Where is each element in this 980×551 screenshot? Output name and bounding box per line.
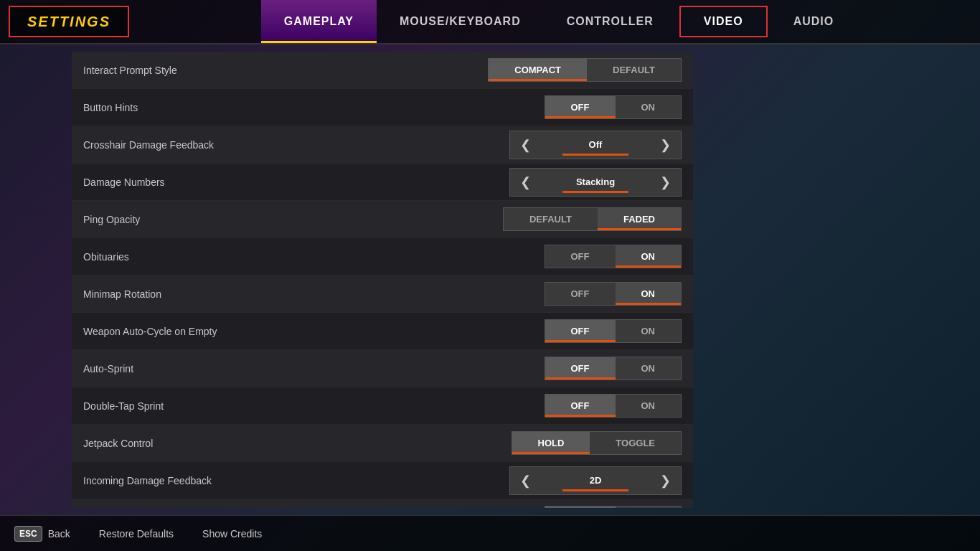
setting-label-weapon_autocycle: Weapon Auto-Cycle on Empty: [83, 326, 545, 337]
esc-key: ESC: [14, 526, 42, 542]
restore-defaults-button[interactable]: Restore Defaults: [99, 528, 174, 540]
setting-label-jetpack_control: Jetpack Control: [83, 438, 512, 449]
toggle-btn-obituaries-off[interactable]: Off: [545, 245, 616, 268]
setting-control-obituaries: OffOn: [545, 245, 682, 268]
setting-control-button_hints: OffOn: [545, 95, 682, 119]
setting-row-minimap_rotation: Minimap RotationOffOn: [72, 276, 693, 313]
setting-control-taking_damage_closes: OffOn: [545, 506, 682, 508]
setting-control-interact_prompt_style: CompactDefault: [488, 58, 682, 82]
toggle-group-double_tap_sprint: OffOn: [545, 394, 682, 418]
toggle-group-button_hints: OffOn: [545, 95, 682, 119]
toggle-btn-weapon_autocycle-on[interactable]: On: [616, 320, 682, 342]
setting-label-double_tap_sprint: Double-Tap Sprint: [83, 400, 545, 412]
nav-tab-gameplay[interactable]: GAMEPLAY: [261, 0, 377, 43]
toggle-btn-minimap_rotation-on[interactable]: On: [616, 283, 682, 305]
setting-control-double_tap_sprint: OffOn: [545, 394, 682, 418]
toggle-btn-jetpack_control-hold[interactable]: Hold: [512, 432, 590, 454]
setting-row-obituaries: ObituariesOffOn: [72, 238, 693, 276]
setting-row-jetpack_control: Jetpack ControlHoldToggle: [72, 425, 693, 462]
setting-row-damage_numbers: Damage Numbers❮Stacking❯: [72, 164, 693, 201]
toggle-btn-taking_damage_closes-on[interactable]: On: [616, 507, 682, 508]
nav-tab-audio[interactable]: AUDIO: [771, 0, 857, 43]
setting-row-interact_prompt_style: Interact Prompt StyleCompactDefault: [72, 52, 693, 89]
nav-bar: SETTINGS GAMEPLAYMOUSE/KEYBOARDCONTROLLE…: [0, 0, 980, 44]
restore-label: Restore Defaults: [99, 528, 174, 540]
toggle-btn-ping_opacity-default[interactable]: Default: [504, 208, 598, 230]
setting-control-ping_opacity: DefaultFaded: [503, 207, 682, 231]
toggle-btn-double_tap_sprint-off[interactable]: Off: [545, 395, 616, 417]
arrow-right-incoming_damage_feedback[interactable]: ❯: [650, 467, 681, 494]
toggle-group-interact_prompt_style: CompactDefault: [488, 58, 682, 82]
nav-tab-mouse_keyboard[interactable]: MOUSE/KEYBOARD: [377, 0, 544, 43]
setting-label-button_hints: Button Hints: [83, 102, 545, 113]
right-decoration: [693, 44, 980, 515]
toggle-btn-button_hints-on[interactable]: On: [616, 96, 682, 118]
toggle-group-ping_opacity: DefaultFaded: [503, 207, 682, 231]
back-button[interactable]: ESC Back: [14, 526, 70, 542]
arrow-group-damage_numbers: ❮Stacking❯: [509, 168, 682, 197]
setting-label-incoming_damage_feedback: Incoming Damage Feedback: [83, 475, 509, 486]
credits-label: Show Credits: [202, 528, 262, 540]
toggle-group-jetpack_control: HoldToggle: [512, 431, 682, 455]
arrow-group-incoming_damage_feedback: ❮2D❯: [509, 466, 682, 495]
toggle-btn-auto_sprint-off[interactable]: Off: [545, 357, 616, 380]
toggle-group-taking_damage_closes: OffOn: [545, 506, 682, 508]
setting-row-auto_sprint: Auto-SprintOffOn: [72, 350, 693, 387]
settings-list[interactable]: Interact Prompt StyleCompactDefaultButto…: [72, 52, 693, 508]
toggle-btn-button_hints-off[interactable]: Off: [545, 96, 616, 118]
toggle-btn-auto_sprint-on[interactable]: On: [616, 357, 682, 380]
setting-row-weapon_autocycle: Weapon Auto-Cycle on EmptyOffOn: [72, 313, 693, 350]
setting-control-auto_sprint: OffOn: [545, 357, 682, 380]
toggle-btn-interact_prompt_style-compact[interactable]: Compact: [489, 59, 587, 81]
setting-control-damage_numbers: ❮Stacking❯: [509, 168, 682, 197]
arrow-value-damage_numbers: Stacking: [541, 171, 650, 193]
setting-row-crosshair_damage_feedback: Crosshair Damage Feedback❮Off❯: [72, 126, 693, 164]
toggle-group-weapon_autocycle: OffOn: [545, 319, 682, 343]
nav-tab-controller[interactable]: CONTROLLER: [544, 0, 677, 43]
toggle-group-minimap_rotation: OffOn: [545, 282, 682, 306]
setting-control-incoming_damage_feedback: ❮2D❯: [509, 466, 682, 495]
arrow-left-damage_numbers[interactable]: ❮: [510, 169, 541, 196]
setting-control-crosshair_damage_feedback: ❮Off❯: [509, 131, 682, 159]
toggle-btn-obituaries-on[interactable]: On: [616, 245, 682, 268]
toggle-btn-double_tap_sprint-on[interactable]: On: [616, 395, 682, 417]
arrow-left-crosshair_damage_feedback[interactable]: ❮: [510, 131, 541, 159]
show-credits-button[interactable]: Show Credits: [202, 528, 262, 540]
settings-title: SETTINGS: [9, 6, 129, 37]
arrow-group-crosshair_damage_feedback: ❮Off❯: [509, 131, 682, 159]
toggle-btn-taking_damage_closes-off[interactable]: Off: [545, 507, 616, 508]
arrow-left-incoming_damage_feedback[interactable]: ❮: [510, 467, 541, 494]
setting-label-ping_opacity: Ping Opacity: [83, 214, 503, 225]
setting-label-obituaries: Obituaries: [83, 251, 545, 263]
arrow-value-crosshair_damage_feedback: Off: [541, 133, 650, 156]
arrow-right-crosshair_damage_feedback[interactable]: ❯: [650, 131, 681, 159]
toggle-group-auto_sprint: OffOn: [545, 357, 682, 380]
toggle-btn-weapon_autocycle-off[interactable]: Off: [545, 320, 616, 342]
toggle-btn-minimap_rotation-off[interactable]: Off: [545, 283, 616, 305]
arrow-value-incoming_damage_feedback: 2D: [541, 469, 650, 491]
setting-row-double_tap_sprint: Double-Tap SprintOffOn: [72, 387, 693, 425]
setting-control-minimap_rotation: OffOn: [545, 282, 682, 306]
back-label: Back: [48, 528, 70, 540]
setting-label-damage_numbers: Damage Numbers: [83, 176, 509, 188]
setting-label-auto_sprint: Auto-Sprint: [83, 363, 545, 375]
setting-row-ping_opacity: Ping OpacityDefaultFaded: [72, 201, 693, 238]
setting-row-taking_damage_closes: Taking Damage Closes Deathbox or Craftin…: [72, 499, 693, 508]
setting-row-incoming_damage_feedback: Incoming Damage Feedback❮2D❯: [72, 462, 693, 499]
toggle-btn-interact_prompt_style-default[interactable]: Default: [587, 59, 681, 81]
setting-label-crosshair_damage_feedback: Crosshair Damage Feedback: [83, 139, 509, 151]
setting-control-weapon_autocycle: OffOn: [545, 319, 682, 343]
main-content: Interact Prompt StyleCompactDefaultButto…: [0, 44, 980, 515]
setting-label-interact_prompt_style: Interact Prompt Style: [83, 65, 488, 76]
bottom-bar: ESC Back Restore Defaults Show Credits: [0, 515, 980, 551]
toggle-btn-jetpack_control-toggle[interactable]: Toggle: [590, 432, 681, 454]
toggle-btn-ping_opacity-faded[interactable]: Faded: [598, 208, 681, 230]
arrow-right-damage_numbers[interactable]: ❯: [650, 169, 681, 196]
toggle-group-obituaries: OffOn: [545, 245, 682, 268]
nav-tabs: GAMEPLAYMOUSE/KEYBOARDCONTROLLERVIDEOAUD…: [138, 0, 980, 43]
setting-row-button_hints: Button HintsOffOn: [72, 89, 693, 126]
settings-panel: Interact Prompt StyleCompactDefaultButto…: [72, 52, 693, 508]
setting-control-jetpack_control: HoldToggle: [512, 431, 682, 455]
nav-tab-video[interactable]: VIDEO: [679, 6, 768, 37]
setting-label-minimap_rotation: Minimap Rotation: [83, 288, 545, 300]
